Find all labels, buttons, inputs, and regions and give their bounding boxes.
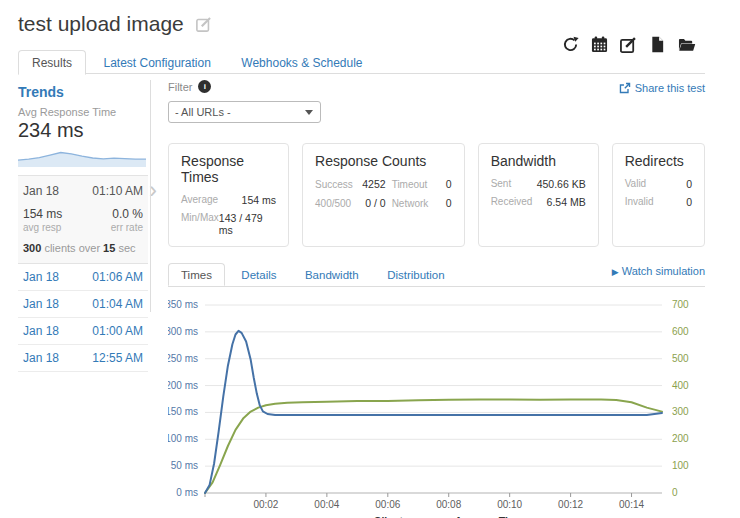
avg-response-time-label: Avg Response Time — [18, 106, 148, 118]
selected-run-err-value: 0.0 % — [112, 207, 143, 221]
chart-tab-bar: Times Details Bandwidth Distribution ▶Wa… — [168, 262, 705, 287]
share-icon — [619, 82, 631, 94]
chart-tab-bandwidth[interactable]: Bandwidth — [293, 264, 371, 285]
results-panel: Filter i Share this test - All URLs - Re… — [168, 80, 705, 518]
url-filter-wrap: - All URLs - — [168, 101, 321, 123]
header: test upload image — [18, 12, 212, 36]
chart-tab-details[interactable]: Details — [229, 264, 288, 285]
play-icon: ▶ — [612, 267, 619, 277]
selected-run-clients-summary: 300 clients over 15 sec — [23, 242, 143, 254]
redirects-card: Redirects Valid0 Invalid0 — [612, 143, 705, 247]
card-title: Redirects — [625, 153, 692, 169]
selected-run-err-label: err rate — [111, 222, 143, 233]
trends-sidebar: Trends Avg Response Time 234 ms › Jan 18… — [18, 84, 148, 372]
selected-run-time: 01:10 AM — [92, 184, 143, 198]
svg-text:600: 600 — [672, 326, 689, 337]
svg-text:0 ms: 0 ms — [176, 487, 198, 498]
svg-text:250 ms: 250 ms — [168, 353, 198, 364]
card-title: Response Times — [181, 153, 276, 185]
svg-text:00:02: 00:02 — [253, 499, 278, 510]
run-list-item[interactable]: Jan 1801:00 AM — [18, 318, 148, 345]
trends-heading: Trends — [18, 84, 148, 100]
svg-text:400: 400 — [672, 380, 689, 391]
selected-run-date: Jan 18 — [23, 184, 59, 198]
response-time-sparkline — [18, 146, 146, 168]
page-title: test upload image — [18, 12, 184, 36]
run-list-item[interactable]: Jan 1801:06 AM — [18, 264, 148, 291]
selected-test-run[interactable]: › Jan 18 01:10 AM 154 ms 0.0 % avg resp … — [18, 175, 148, 264]
svg-text:0: 0 — [672, 487, 678, 498]
svg-text:00:04: 00:04 — [314, 499, 339, 510]
card-title: Bandwidth — [491, 153, 586, 169]
url-filter-select[interactable]: - All URLs - — [168, 101, 321, 123]
svg-text:700: 700 — [672, 299, 689, 310]
times-line-chart: 0 ms50 ms100 ms150 ms200 ms250 ms300 ms3… — [168, 293, 705, 512]
svg-text:00:14: 00:14 — [619, 499, 644, 510]
app-page: test upload image Results Latest Configu… — [0, 0, 740, 518]
rename-test-icon[interactable] — [196, 16, 212, 32]
svg-text:500: 500 — [672, 353, 689, 364]
filter-label: Filter — [168, 81, 192, 93]
svg-text:100: 100 — [672, 460, 689, 471]
chart-tab-times[interactable]: Times — [168, 263, 225, 286]
clients-count: 300 — [23, 242, 41, 254]
main-tab-bar: Results Latest Configuration Webhooks & … — [18, 49, 705, 74]
svg-text:200 ms: 200 ms — [168, 380, 198, 391]
response-times-card: Response Times Average154 ms Min/Max143 … — [168, 143, 289, 247]
svg-text:200: 200 — [672, 433, 689, 444]
filter-info-icon[interactable]: i — [198, 80, 211, 93]
response-counts-card: Response Counts Success4252 Timeout0 400… — [302, 143, 465, 247]
bandwidth-card: Bandwidth Sent450.66 KB Received6.54 MB — [478, 143, 599, 247]
summary-cards: Response Times Average154 ms Min/Max143 … — [168, 143, 705, 247]
run-list-item[interactable]: Jan 1801:04 AM — [18, 291, 148, 318]
svg-text:150 ms: 150 ms — [168, 406, 198, 417]
card-title: Response Counts — [315, 153, 452, 169]
share-test-link[interactable]: Share this test — [619, 82, 705, 94]
sidebar-divider — [150, 80, 151, 312]
svg-text:00:06: 00:06 — [375, 499, 400, 510]
svg-text:00:08: 00:08 — [436, 499, 461, 510]
avg-response-time-value: 234 ms — [18, 119, 148, 142]
watch-simulation-link[interactable]: ▶Watch simulation — [612, 265, 705, 277]
svg-text:300: 300 — [672, 406, 689, 417]
svg-text:350 ms: 350 ms — [168, 299, 198, 310]
svg-text:300 ms: 300 ms — [168, 326, 198, 337]
svg-text:50 ms: 50 ms — [171, 460, 198, 471]
chart-tab-distribution[interactable]: Distribution — [375, 264, 457, 285]
svg-text:100 ms: 100 ms — [168, 433, 198, 444]
selected-run-avg-value: 154 ms — [23, 207, 62, 221]
duration-seconds: 15 — [103, 242, 115, 254]
selected-run-avg-label: avg resp — [23, 222, 61, 233]
tab-results[interactable]: Results — [18, 50, 86, 75]
tab-webhooks-schedule[interactable]: Webhooks & Schedule — [228, 51, 375, 74]
test-run-list: Jan 1801:06 AM Jan 1801:04 AM Jan 1801:0… — [18, 264, 148, 372]
run-list-item[interactable]: Jan 1812:55 AM — [18, 345, 148, 372]
svg-text:00:10: 00:10 — [497, 499, 522, 510]
tab-latest-configuration[interactable]: Latest Configuration — [90, 51, 223, 74]
svg-text:00:12: 00:12 — [558, 499, 583, 510]
